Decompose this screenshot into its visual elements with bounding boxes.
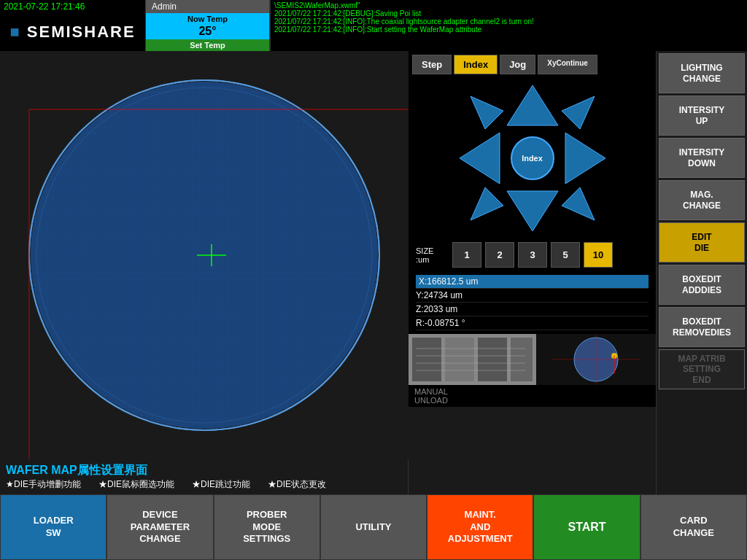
loader-sw-button[interactable]: LOADER SW (0, 494, 107, 560)
svg-rect-12 (412, 338, 441, 381)
top-bar: 2021-07-22 17:21:46 ■ SEMISHARE Admin No… (0, 0, 747, 51)
direction-pad: Index (409, 78, 656, 238)
intensity-up-button[interactable]: INTERSITY UP (659, 96, 745, 136)
tab-jog[interactable]: Jog (500, 55, 535, 74)
map-atrib-setting-end-button[interactable]: MAP ATRIB SETTING END (659, 349, 745, 389)
wafer-map-svg[interactable] (0, 51, 409, 459)
arrow-upper-left[interactable] (471, 96, 503, 129)
coordinate-display: X:166812.5 um Y:24734 um Z:2033 um R:-0.… (409, 271, 656, 334)
center-panel: Step Index Jog XyContinue (409, 51, 657, 494)
device-param-change-button[interactable]: DEVICE PARAMETER CHANGE (107, 494, 213, 560)
card-change-button[interactable]: CARD CHANGE (640, 494, 747, 560)
temperature-panel: Admin Now Temp 25° Set Temp 25° (146, 0, 270, 51)
logo-text: ■ SEMISHARE (9, 23, 135, 42)
size-btn-5[interactable]: 5 (551, 242, 580, 268)
right-panel: LIGHTING CHANGE INTERSITY UP INTERSITY D… (657, 51, 747, 494)
log-line-1: 2021/07/22 17:21:42:[DEBUG]:Saving Poi l… (274, 9, 743, 18)
log-line-2: 2021/07/22 17:21:42:[INFO]:The coaxial l… (274, 18, 743, 26)
arrow-left[interactable] (460, 133, 500, 184)
bottom-bar: LOADER SW DEVICE PARAMETER CHANGE PROBER… (0, 494, 747, 560)
logo-name: SEMISHARE (27, 23, 136, 41)
coord-y: Y:24734 um (416, 289, 649, 303)
tab-step[interactable]: Step (412, 55, 452, 74)
main-area: WAFER MAP属性设置界面 ★DIE手动增删功能 ★DIE鼠标圈选功能 ★D… (0, 51, 747, 494)
size-btn-3[interactable]: 3 (518, 242, 547, 268)
arrow-up[interactable] (507, 85, 558, 125)
arrow-lower-left[interactable] (471, 187, 503, 220)
manual-unload-label: MANUAL UNLOAD (414, 387, 650, 405)
lighting-change-button[interactable]: LIGHTING CHANGE (659, 53, 745, 93)
arrow-right[interactable] (565, 133, 605, 184)
direction-center-button[interactable]: Index (511, 136, 554, 180)
log-line-0: \SEMIS2\WaferMap.xwmf" (274, 1, 743, 9)
arrow-upper-right[interactable] (562, 96, 595, 129)
log-line-3: 2021/07/22 17:21:42:[INFO]:Start setting… (274, 26, 743, 34)
maint-adjustment-button[interactable]: MAINT. AND ADJUSTMENT (427, 494, 533, 560)
mini-wafer-area (536, 334, 656, 385)
tab-xycontinue[interactable]: XyContinue (538, 55, 597, 74)
logo-area: ■ SEMISHARE (0, 13, 145, 51)
coord-z: Z:2033 um (416, 303, 649, 316)
edit-die-button[interactable]: EDIT DIE (659, 222, 745, 262)
admin-label: Admin (146, 0, 269, 13)
arrow-lower-right[interactable] (562, 187, 595, 220)
wafer-canvas (0, 51, 409, 459)
size-btn-2[interactable]: 2 (485, 242, 514, 268)
die-features: ★DIE手动增删功能 ★DIE鼠标圈选功能 ★DIE跳过功能 ★DIE状态更改 (6, 478, 402, 491)
thumbnail-svg (409, 334, 536, 385)
now-temp-label: Now Temp (146, 13, 269, 25)
prober-mode-settings-button[interactable]: PROBER MODE SETTINGS (214, 494, 320, 560)
boxedit-removedies-button[interactable]: BOXEDIT REMOVEDIES (659, 307, 745, 347)
now-temp-value: 25° (146, 25, 269, 39)
size-controls: SIZE:um 1 2 3 5 10 (409, 238, 656, 271)
arrow-down[interactable] (507, 191, 558, 231)
boxedit-adddies-button[interactable]: BOXEDIT ADDDIES (659, 265, 745, 305)
tab-index[interactable]: Index (454, 55, 498, 74)
nav-tabs: Step Index Jog XyContinue (409, 51, 656, 78)
utility-button[interactable]: UTILITY (320, 494, 427, 560)
direction-control: Index (452, 78, 613, 238)
wafer-title: WAFER MAP属性设置界面 (6, 463, 402, 478)
set-temp-label: Set Temp (146, 39, 269, 51)
size-btn-10[interactable]: 10 (584, 242, 613, 268)
size-btn-1[interactable]: 1 (452, 242, 481, 268)
log-panel: \SEMIS2\WaferMap.xwmf" 2021/07/22 17:21:… (270, 0, 747, 51)
svg-rect-13 (445, 338, 474, 381)
start-button[interactable]: START (533, 494, 640, 560)
coord-x: X:166812.5 um (416, 275, 649, 289)
left-bottom-info: WAFER MAP属性设置界面 ★DIE手动增删功能 ★DIE鼠标圈选功能 ★D… (0, 459, 408, 494)
top-left: 2021-07-22 17:21:46 ■ SEMISHARE (0, 0, 146, 51)
svg-rect-14 (478, 338, 507, 381)
svg-rect-15 (511, 338, 533, 381)
left-panel: WAFER MAP属性设置界面 ★DIE手动增删功能 ★DIE鼠标圈选功能 ★D… (0, 51, 409, 494)
datetime: 2021-07-22 17:21:46 (0, 0, 145, 13)
intensity-down-button[interactable]: INTERSITY DOWN (659, 138, 745, 178)
mini-wafer-svg (552, 334, 640, 385)
size-label: SIZE:um (416, 246, 449, 264)
coord-r: R:-0.08751 ° (416, 316, 649, 330)
thumbnail-area (409, 334, 656, 385)
mag-change-button[interactable]: MAG. CHANGE (659, 180, 745, 220)
manual-unload-area: MANUAL UNLOAD (409, 385, 656, 407)
